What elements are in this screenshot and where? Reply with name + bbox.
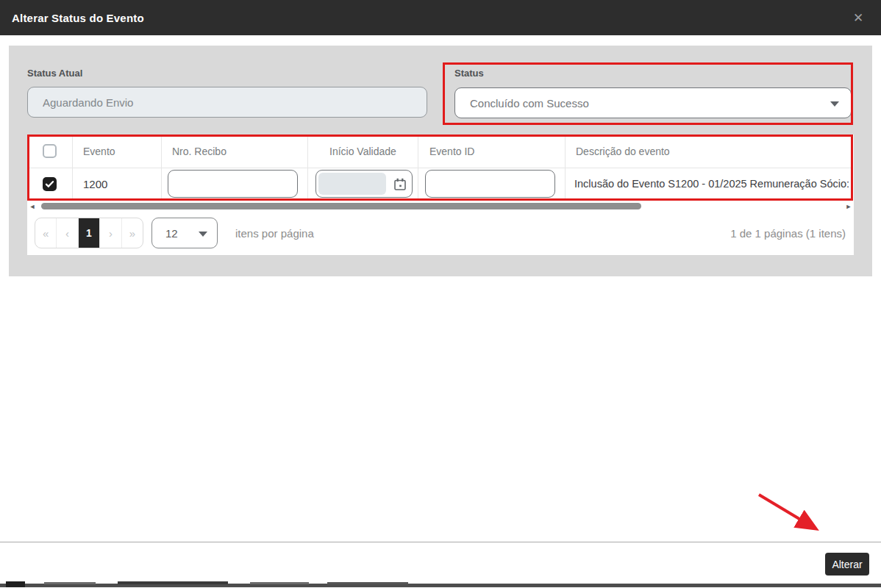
page-number-button[interactable]: 1 (78, 218, 99, 248)
horizontal-scrollbar[interactable]: ◄ ► (27, 201, 854, 211)
alterar-button[interactable]: Alterar (825, 553, 869, 576)
checkbox-checked[interactable] (43, 177, 57, 191)
event-table: Evento Nro. Recibo Início Validade Event… (27, 135, 853, 200)
col-header-evento: Evento (83, 135, 115, 168)
scroll-right-icon[interactable]: ► (845, 201, 852, 211)
inicio-validade-input (318, 173, 386, 195)
page-last-button[interactable]: » (121, 218, 143, 248)
col-header-evento-id: Evento ID (429, 135, 474, 168)
pager: « ‹ 1 › » (35, 218, 143, 248)
inicio-validade-datepicker[interactable] (315, 170, 413, 198)
clipped-background-fragment (118, 581, 228, 584)
items-per-page-label: itens por página (235, 218, 314, 248)
page-size-select[interactable]: 12 (151, 218, 218, 248)
annotation-arrow-icon (746, 485, 831, 542)
scroll-left-icon[interactable]: ◄ (29, 201, 36, 211)
page-next-button[interactable]: › (99, 218, 121, 248)
page-first-button[interactable]: « (35, 218, 56, 248)
close-icon[interactable]: ✕ (845, 0, 871, 35)
status-select-value: Concluído com Sucesso (470, 97, 589, 110)
status-atual-input[interactable] (27, 87, 427, 118)
scrollbar-thumb[interactable] (41, 203, 641, 209)
evento-id-input[interactable] (425, 170, 555, 198)
cell-evento: 1200 (83, 168, 107, 200)
cell-descricao: Inclusão do Evento S1200 - 01/2025 Remun… (574, 168, 852, 200)
chevron-down-icon (199, 232, 207, 237)
calendar-icon[interactable] (393, 178, 407, 191)
check-icon (44, 179, 55, 190)
page-size-value: 12 (165, 227, 178, 240)
checkbox-unchecked[interactable] (43, 144, 57, 158)
select-all-checkbox[interactable] (43, 135, 57, 168)
col-header-nro-recibo: Nro. Recibo (172, 135, 227, 168)
footer-divider (0, 542, 881, 542)
clipped-background-fragment (250, 582, 309, 584)
modal-title: Alterar Status do Evento (0, 12, 144, 24)
col-header-descricao: Descrição do evento (576, 135, 670, 168)
status-select[interactable]: Concluído com Sucesso (454, 87, 852, 118)
status-atual-label: Status Atual (27, 68, 82, 79)
modal-header: Alterar Status do Evento ✕ (0, 0, 881, 35)
page-summary: 1 de 1 páginas (1 itens) (730, 218, 846, 248)
clipped-background-fragment (327, 582, 408, 584)
page-prev-button[interactable]: ‹ (56, 218, 77, 248)
col-header-inicio-validade: Início Validade (329, 135, 396, 168)
clipped-background-fragment (6, 581, 25, 587)
row-checkbox[interactable] (43, 168, 57, 200)
status-label: Status (454, 68, 484, 79)
clipped-background-fragment (44, 582, 96, 584)
nro-recibo-input[interactable] (168, 170, 298, 198)
chevron-down-icon (830, 101, 839, 107)
